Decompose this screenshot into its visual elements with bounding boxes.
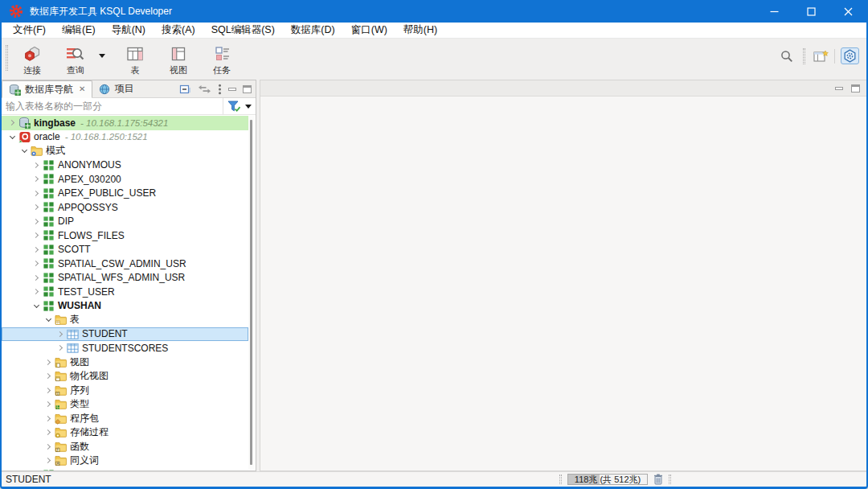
tree-row-apex-public-user[interactable]: APEX_PUBLIC_USER	[2, 187, 248, 201]
expand-arrow-icon[interactable]	[43, 374, 54, 378]
expand-arrow-icon[interactable]	[31, 177, 42, 181]
menu-navigate[interactable]: 导航(N)	[104, 23, 154, 37]
toolbar-drag-handle[interactable]	[6, 45, 8, 71]
maximize-panel-icon[interactable]	[243, 85, 252, 93]
tab-projects[interactable]: 项目	[92, 80, 140, 97]
expand-arrow-icon[interactable]	[31, 261, 42, 265]
collapse-all-icon[interactable]	[179, 84, 191, 95]
memory-gauge[interactable]: 118兆 (共 512兆)	[567, 474, 648, 485]
package-folder-icon	[55, 413, 67, 425]
expand-arrow-icon[interactable]	[31, 290, 42, 294]
collapse-arrow-icon[interactable]	[43, 318, 54, 321]
tree-row-物化视图[interactable]: 物化视图	[2, 369, 248, 384]
tree-row-flows-files[interactable]: FLOWS_FILES	[2, 228, 248, 243]
table-button[interactable]: 表	[113, 43, 157, 76]
tree-node-label: SPATIAL_WFS_ADMIN_USR	[58, 272, 185, 283]
menu-edit[interactable]: 编辑(E)	[54, 23, 104, 37]
menu-database[interactable]: 数据库(D)	[283, 23, 343, 37]
garbage-collect-icon[interactable]	[653, 474, 663, 485]
close-button[interactable]	[829, 0, 866, 23]
tree-row-函数[interactable]: f函数	[2, 440, 248, 454]
tree-node-label: STUDENTSCORES	[82, 343, 168, 354]
minimize-panel-icon[interactable]	[228, 88, 236, 91]
tree-node-label: 程序包	[70, 412, 99, 425]
view-menu-icon[interactable]	[218, 84, 222, 95]
editor-maximize-icon[interactable]	[851, 84, 860, 92]
tree-scrollbar-thumb[interactable]	[250, 120, 252, 465]
tree-row-student[interactable]: STUDENT	[2, 327, 248, 342]
tree-row-序列[interactable]: 1序列	[2, 384, 248, 398]
expand-arrow-icon[interactable]	[43, 430, 54, 434]
tree-row-wushan[interactable]: WUSHAN	[2, 299, 248, 314]
task-button[interactable]: 任务	[200, 43, 244, 76]
tree-row-oracle[interactable]: oracle- 10.168.1.250:1521	[2, 130, 248, 145]
expand-arrow-icon[interactable]	[31, 233, 42, 237]
database-perspective-icon[interactable]	[841, 47, 859, 64]
tree-row-kingbase[interactable]: kingbase- 10.168.1.175:54321	[2, 116, 248, 130]
expand-arrow-icon[interactable]	[43, 445, 54, 449]
collapse-arrow-icon[interactable]	[31, 305, 42, 307]
window-controls	[755, 0, 866, 23]
editor-minimize-icon[interactable]	[835, 87, 843, 90]
tree-row-表[interactable]: 表	[2, 313, 248, 327]
tree-row-存储过程[interactable]: 存储过程	[2, 425, 248, 440]
close-tab-icon[interactable]: ✕	[79, 85, 85, 93]
connection-icon	[23, 43, 42, 64]
connect-button[interactable]: 连接	[10, 43, 54, 76]
minimize-button[interactable]	[755, 0, 792, 23]
collapse-arrow-icon[interactable]	[18, 150, 30, 152]
tree-row-apex-030200[interactable]: APEX_030200	[2, 172, 248, 187]
tab-database-navigator[interactable]: 数据库导航✕	[2, 80, 92, 98]
tree-row-spatial-wfs-admin-usr[interactable]: SPATIAL_WFS_ADMIN_USR	[2, 271, 248, 286]
expand-arrow-icon[interactable]	[31, 191, 42, 195]
menu-sql-editor[interactable]: SQL编辑器(S)	[203, 23, 283, 37]
expand-arrow-icon[interactable]	[43, 388, 54, 392]
tree-row-模式[interactable]: 模式	[2, 144, 248, 158]
view-button[interactable]: 视图	[157, 43, 200, 76]
menu-window[interactable]: 窗口(W)	[343, 23, 395, 37]
tree-node-label: SPATIAL_CSW_ADMIN_USR	[58, 258, 186, 269]
collapse-arrow-icon[interactable]	[6, 136, 18, 138]
tree-row-程序包[interactable]: 程序包	[2, 412, 248, 426]
tree-row-xs-null[interactable]: XS$NULL	[2, 468, 248, 471]
expand-arrow-icon[interactable]	[31, 205, 42, 209]
expand-arrow-icon[interactable]	[6, 121, 18, 125]
tree-scrollbar[interactable]	[248, 116, 255, 470]
expand-arrow-icon[interactable]	[43, 458, 54, 462]
expand-arrow-icon[interactable]	[31, 163, 42, 167]
tree-row-test-user[interactable]: TEST_USER	[2, 285, 248, 299]
filter-funnel-icon[interactable]	[227, 101, 241, 113]
tree-row-spatial-csw-admin-usr[interactable]: SPATIAL_CSW_ADMIN_USR	[2, 257, 248, 271]
tree-row-同义词[interactable]: A同义词	[2, 454, 248, 468]
tree-row-anonymous[interactable]: ANONYMOUS	[2, 158, 248, 173]
tree-row-类型[interactable]: 类型	[2, 397, 248, 412]
query-button-dropdown-icon[interactable]	[99, 54, 105, 61]
expand-arrow-icon[interactable]	[43, 402, 54, 406]
link-editor-icon[interactable]	[198, 84, 211, 94]
search-icon[interactable]	[780, 50, 793, 63]
expand-arrow-icon[interactable]	[43, 417, 54, 421]
tree-row-scott[interactable]: SCOTT	[2, 243, 248, 257]
tree-row-dip[interactable]: DIP	[2, 215, 248, 229]
tree-row-视图[interactable]: 视图	[2, 355, 248, 370]
maximize-button[interactable]	[792, 0, 829, 23]
tree-row-studentscores[interactable]: STUDENTSCORES	[2, 341, 248, 355]
menu-help[interactable]: 帮助(H)	[395, 23, 445, 37]
expand-arrow-icon[interactable]	[31, 220, 42, 224]
expand-arrow-icon[interactable]	[31, 248, 42, 252]
tree-node-label: 存储过程	[70, 425, 108, 439]
menu-search[interactable]: 搜索(A)	[154, 23, 203, 37]
menu-file[interactable]: 文件(F)	[5, 23, 54, 37]
expand-arrow-icon[interactable]	[31, 276, 42, 280]
title-bar: 数据库开发工具 KSQL Developer	[2, 0, 866, 23]
expand-arrow-icon[interactable]	[43, 360, 54, 364]
query-button[interactable]: 查询	[54, 43, 97, 76]
filter-dropdown-icon[interactable]	[245, 105, 252, 112]
tree-row-appqossys[interactable]: APPQOSSYS	[2, 200, 248, 215]
expand-arrow-icon[interactable]	[55, 346, 66, 350]
perspective-drag-handle[interactable]	[803, 48, 805, 64]
expand-arrow-icon[interactable]	[55, 332, 66, 336]
open-perspective-icon[interactable]	[813, 50, 829, 63]
connection-address: - 10.168.1.250:1521	[65, 132, 148, 142]
table-filter-input[interactable]	[2, 100, 223, 113]
